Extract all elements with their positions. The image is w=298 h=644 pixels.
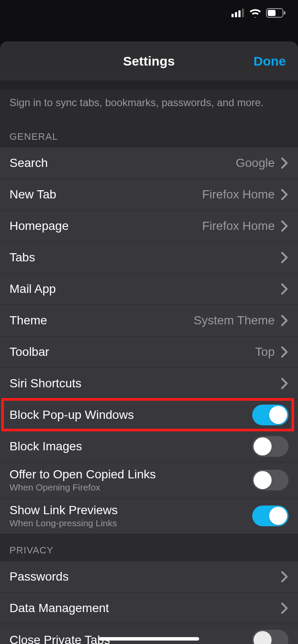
chevron-right-icon (281, 188, 288, 201)
chevron-right-icon (281, 283, 288, 295)
section-header-general: GENERAL (0, 126, 298, 148)
row-label: New Tab (10, 188, 202, 201)
cellular-icon (231, 9, 244, 17)
row-label: Theme (10, 314, 193, 327)
row-block-popups: Block Pop-up Windows (0, 399, 298, 431)
copied-links-toggle[interactable] (252, 470, 288, 490)
link-previews-toggle[interactable] (252, 506, 288, 526)
settings-modal: Settings Done Sign in to sync tabs, book… (0, 41, 298, 644)
row-mail-app[interactable]: Mail App (0, 273, 298, 305)
row-close-private-tabs: Close Private Tabs (0, 624, 298, 644)
chevron-right-icon (281, 251, 288, 264)
privacy-list: Passwords Data Management Close Private … (0, 561, 298, 644)
row-theme[interactable]: Theme System Theme (0, 305, 298, 336)
row-label: Offer to Open Copied Links (10, 468, 252, 481)
svg-rect-6 (284, 11, 285, 15)
chevron-right-icon (281, 314, 288, 327)
block-images-toggle[interactable] (252, 436, 288, 457)
row-data-management[interactable]: Data Management (0, 593, 298, 624)
row-label: Data Management (10, 601, 281, 615)
row-search[interactable]: Search Google (0, 148, 298, 179)
row-passwords[interactable]: Passwords (0, 561, 298, 593)
row-copied-links: Offer to Open Copied Links When Opening … (0, 462, 298, 498)
row-link-previews: Show Link Previews When Long-pressing Li… (0, 498, 298, 534)
row-value: Google (236, 156, 275, 170)
row-label: Passwords (10, 570, 281, 584)
row-label: Search (10, 156, 236, 170)
svg-rect-5 (268, 10, 276, 16)
home-indicator[interactable] (99, 637, 199, 641)
chevron-right-icon (281, 571, 288, 583)
chevron-right-icon (281, 220, 288, 232)
svg-rect-3 (242, 9, 244, 17)
row-subtitle: When Long-pressing Links (10, 518, 252, 528)
row-label: Tabs (10, 251, 281, 264)
done-button[interactable]: Done (254, 41, 286, 81)
row-label: Siri Shortcuts (10, 377, 281, 390)
section-header-privacy: PRIVACY (0, 534, 298, 561)
page-title: Settings (123, 54, 175, 69)
general-list: Search Google New Tab Firefox Home Homep… (0, 148, 298, 534)
row-siri-shortcuts[interactable]: Siri Shortcuts (0, 368, 298, 399)
row-value: Firefox Home (202, 219, 275, 233)
chevron-right-icon (281, 346, 288, 358)
row-label: Mail App (10, 282, 281, 296)
row-label: Toolbar (10, 345, 255, 359)
row-label: Block Pop-up Windows (10, 408, 252, 422)
modal-header: Settings Done (0, 41, 298, 81)
chevron-right-icon (281, 157, 288, 169)
status-bar (0, 0, 298, 26)
sync-note: Sign in to sync tabs, bookmarks, passwor… (0, 90, 298, 126)
svg-rect-2 (238, 10, 241, 17)
close-private-toggle[interactable] (252, 630, 288, 644)
row-value: System Theme (193, 314, 275, 327)
row-label: Homepage (10, 219, 202, 233)
row-homepage[interactable]: Homepage Firefox Home (0, 210, 298, 242)
svg-rect-1 (235, 12, 237, 17)
row-value: Firefox Home (202, 188, 275, 201)
block-popups-toggle[interactable] (252, 405, 288, 425)
row-value: Top (255, 345, 275, 359)
row-new-tab[interactable]: New Tab Firefox Home (0, 179, 298, 210)
row-label: Show Link Previews (10, 503, 252, 517)
chevron-right-icon (281, 377, 288, 390)
row-toolbar[interactable]: Toolbar Top (0, 336, 298, 368)
svg-rect-0 (231, 14, 234, 17)
row-subtitle: When Opening Firefox (10, 482, 252, 493)
row-label: Block Images (10, 440, 252, 453)
wifi-icon (249, 8, 262, 18)
battery-icon (266, 8, 286, 18)
row-tabs[interactable]: Tabs (0, 242, 298, 273)
row-block-images: Block Images (0, 431, 298, 462)
chevron-right-icon (281, 602, 288, 614)
